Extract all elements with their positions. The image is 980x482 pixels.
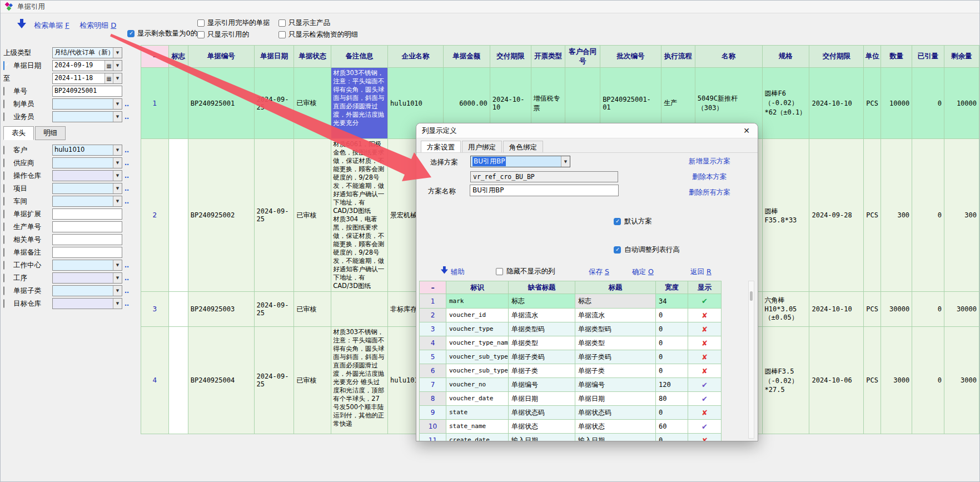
column-title[interactable]: 单据子类码 — [575, 350, 656, 364]
tab-role-binding[interactable]: 角色绑定 — [503, 141, 543, 152]
column-default-title[interactable]: 单据子类码 — [509, 350, 575, 364]
grid-cell-voucher-date[interactable]: 2024-09-25 — [254, 68, 294, 139]
delete-all-schemes-link[interactable]: 删除所有方案 — [689, 188, 730, 197]
column-row-number[interactable]: 10 — [420, 420, 446, 434]
column-show-flag[interactable]: ✔ — [688, 294, 722, 309]
chevron-down-icon[interactable]: ▼ — [113, 99, 122, 109]
grid-cell-mark[interactable] — [168, 327, 188, 434]
columns-table-row[interactable]: 4voucher_type_name单据类型单据类型0✘ — [420, 336, 722, 350]
search-documents-button[interactable]: 检索单据 F — [34, 21, 69, 31]
grid-cell-remark[interactable]: 材质6061，阳极金色，按图纸要求做，保证材质，不能更换，顾客会测硬度的，9/2… — [331, 139, 388, 292]
columns-table-row[interactable]: 8voucher_date单据日期单据日期80✔ — [420, 392, 722, 406]
column-show-flag[interactable]: ✘ — [688, 434, 722, 441]
parent-type-select[interactable]: 月结/代收订单（新）▼ — [52, 47, 122, 58]
grid-cell-unit[interactable]: PCS — [864, 139, 881, 292]
column-width[interactable]: 0 — [656, 406, 688, 420]
grid-header-referenced-qty[interactable]: 已引量 — [912, 46, 944, 68]
columns-header-title[interactable]: 标题 — [575, 281, 656, 294]
column-show-flag[interactable]: ✘ — [688, 322, 722, 336]
grid-cell-mark[interactable] — [168, 139, 188, 292]
columns-header-row-number[interactable]: – — [420, 281, 446, 294]
tab-header[interactable]: 表头 — [3, 126, 34, 140]
column-row-number[interactable]: 3 — [420, 322, 446, 336]
checkbox[interactable] — [3, 248, 4, 257]
column-row-number[interactable]: 7 — [420, 378, 446, 392]
columns-header-field-id[interactable]: 标识 — [446, 281, 509, 294]
columns-table-row[interactable]: 5voucher_sub_type单据子类码单据子类码0✘ — [420, 350, 722, 364]
column-field-id[interactable]: voucher_type — [446, 322, 509, 336]
check-icon[interactable]: ✔ — [702, 423, 708, 431]
columns-table-row[interactable]: 3voucher_type单据类型码单据类型码0✘ — [420, 322, 722, 336]
column-width[interactable]: 0 — [656, 364, 688, 378]
filter-select[interactable]: ▼ — [52, 111, 122, 122]
checkbox[interactable] — [197, 19, 205, 27]
column-field-id[interactable]: mark — [446, 294, 509, 309]
column-width[interactable]: 60 — [656, 420, 688, 434]
column-title[interactable]: 单据状态码 — [575, 406, 656, 420]
checkbox[interactable] — [3, 112, 4, 121]
ellipsis-button[interactable]: ‥ — [125, 159, 130, 167]
column-title[interactable]: 单据子类 — [575, 364, 656, 378]
cross-icon[interactable]: ✘ — [702, 367, 708, 375]
grid-cell-referenced-qty[interactable]: 0 — [912, 292, 944, 327]
ellipsis-button[interactable]: ‥ — [125, 287, 130, 295]
column-title[interactable]: 单据类型 — [575, 336, 656, 350]
checkbox[interactable] — [3, 100, 4, 108]
scheme-name-input[interactable] — [470, 185, 619, 196]
chevron-down-icon[interactable]: ▼ — [113, 112, 122, 122]
column-field-id[interactable]: voucher_id — [446, 309, 509, 322]
grid-cell-remaining-qty[interactable]: 300 — [944, 139, 979, 292]
column-show-flag[interactable]: ✘ — [688, 406, 722, 420]
chevron-down-icon[interactable]: ▼ — [113, 145, 122, 155]
column-title[interactable]: 单据日期 — [575, 392, 656, 406]
text-input[interactable] — [52, 234, 122, 245]
column-row-number[interactable]: 8 — [420, 392, 446, 406]
grid-header-remark[interactable]: 备注信息 — [331, 46, 388, 68]
grid-cell-row-number[interactable]: 3 — [141, 292, 169, 327]
chevron-down-icon[interactable]: ▼ — [113, 299, 122, 309]
grid-cell-voucher-date[interactable]: 2024-09-25 — [254, 327, 294, 434]
ellipsis-button[interactable]: ‥ — [125, 300, 130, 307]
aux-down-arrow-icon[interactable] — [441, 266, 448, 274]
column-row-number[interactable]: 9 — [420, 406, 446, 420]
ok-button[interactable]: 确定 O — [632, 267, 654, 277]
columns-table-row[interactable]: 9state单据状态码单据状态码0✘ — [420, 406, 722, 420]
filter-select[interactable]: ▼ — [52, 196, 122, 207]
column-field-id[interactable]: voucher_sub_type_name — [446, 364, 509, 378]
tab-detail[interactable]: 明细 — [35, 126, 66, 140]
tab-scheme-settings[interactable]: 方案设置 — [421, 141, 461, 152]
column-field-id[interactable]: state_name — [446, 420, 509, 434]
tab-user-binding[interactable]: 用户绑定 — [462, 141, 502, 152]
checkbox[interactable] — [3, 235, 4, 244]
grid-header-voucher-date[interactable]: 单据日期 — [254, 46, 294, 68]
checkbox[interactable] — [3, 158, 4, 167]
ellipsis-button[interactable]: ‥ — [125, 146, 130, 154]
grid-cell-remaining-qty[interactable]: 10000 — [944, 68, 979, 139]
grid-header-delivery-date[interactable]: 交付期限 — [490, 46, 531, 68]
column-row-number[interactable]: 1 — [420, 294, 446, 309]
calendar-icon[interactable]: ▦ — [105, 61, 113, 71]
hide-columns-checkbox[interactable] — [496, 268, 503, 275]
column-show-flag[interactable]: ✔ — [688, 392, 722, 406]
checkbox[interactable] — [3, 184, 4, 193]
ellipsis-button[interactable]: ‥ — [125, 113, 130, 121]
grid-cell-voucher-no[interactable]: BP240925004 — [188, 327, 254, 434]
filter-select[interactable]: ▼ — [52, 98, 122, 110]
column-row-number[interactable]: 4 — [420, 336, 446, 350]
grid-cell-referenced-qty[interactable]: 0 — [912, 68, 944, 139]
grid-header-spec[interactable]: 规格 — [762, 46, 809, 68]
grid-cell-spec[interactable]: 六角棒H10*3.05（±0.05） — [762, 292, 809, 327]
grid-header-unit[interactable]: 单位 — [864, 46, 881, 68]
scheme-select[interactable]: BU引用BP ▼ — [470, 156, 570, 167]
column-field-id[interactable]: voucher_sub_type — [446, 350, 509, 364]
check-icon[interactable]: ✔ — [702, 395, 708, 403]
grid-cell-spec[interactable]: 圆棒F3.5（-0.02）*27.5 — [762, 327, 809, 434]
column-width[interactable]: 0 — [656, 434, 688, 441]
column-show-flag[interactable]: ✔ — [688, 420, 722, 434]
columns-table-row[interactable]: 2voucher_id单据流水单据流水0✘ — [420, 309, 722, 322]
grid-cell-state[interactable]: 已审核 — [294, 327, 331, 434]
column-field-id[interactable]: voucher_no — [446, 378, 509, 392]
column-title[interactable]: 输入日期 — [575, 434, 656, 441]
column-field-id[interactable]: voucher_type_name — [446, 336, 509, 350]
grid-cell-unit[interactable]: PCS — [864, 292, 881, 327]
